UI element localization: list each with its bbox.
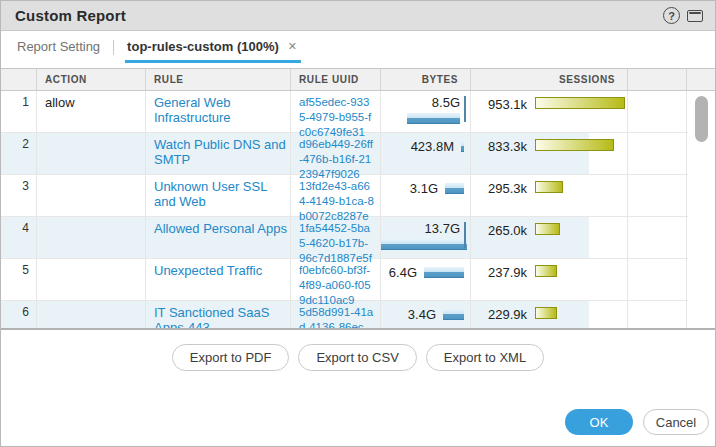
- bytes-bar-end-tick: [464, 222, 466, 248]
- bytes-value: 8.5G: [432, 95, 460, 110]
- bytes-bar: [407, 113, 460, 124]
- bytes-cell: 13.7G: [381, 217, 471, 258]
- titlebar-icons: ?: [663, 7, 703, 24]
- sessions-cell: 229.9k: [471, 301, 628, 330]
- sessions-bar: [535, 181, 563, 193]
- table-row: 3Unknown User SSL and Web13fd2e43-a664-4…: [1, 175, 716, 217]
- rule-uuid-cell: 5d58d991-41ad-4136-86ec-: [291, 301, 381, 330]
- column-header-rule[interactable]: RULE: [146, 69, 291, 90]
- column-header-rule-uuid[interactable]: RULE UUID: [291, 69, 381, 90]
- sessions-value: 833.3k: [471, 139, 527, 154]
- rule-link[interactable]: IT Sanctioned SaaS Apps-443: [154, 305, 269, 330]
- window-icon[interactable]: [687, 10, 703, 22]
- bytes-value: 3.4G: [408, 307, 436, 322]
- cancel-button[interactable]: Cancel: [643, 409, 709, 435]
- rule-cell: Unknown User SSL and Web: [146, 175, 291, 216]
- bytes-value: 13.7G: [425, 221, 460, 236]
- action-cell: [37, 175, 146, 216]
- tab-report-setting[interactable]: Report Setting: [15, 32, 102, 63]
- dialog-titlebar: Custom Report ?: [1, 1, 715, 31]
- spacer-cell: [628, 301, 687, 330]
- column-header-action[interactable]: ACTION: [37, 69, 146, 90]
- rule-link[interactable]: Unknown User SSL and Web: [154, 179, 267, 209]
- spacer-cell: [628, 259, 687, 300]
- sessions-value: 953.1k: [471, 97, 527, 112]
- bytes-bar: [443, 309, 464, 320]
- rule-link[interactable]: Unexpected Traffic: [154, 263, 262, 278]
- sessions-bar: [535, 223, 560, 235]
- rule-uuid-cell: 13fd2e43-a664-4149-b1ca-8b0072c8287e: [291, 175, 381, 216]
- bytes-bar: [381, 239, 467, 250]
- sessions-value: 237.9k: [471, 265, 527, 280]
- action-cell: [37, 133, 146, 174]
- window-icon-bar: [689, 12, 701, 15]
- spacer-cell: [628, 175, 687, 216]
- report-table: ACTIONRULERULE UUIDBYTESSESSIONS 1allowG…: [1, 68, 716, 330]
- column-header-blank-0[interactable]: [1, 69, 37, 90]
- export-pdf-button[interactable]: Export to PDF: [172, 344, 290, 371]
- row-number: 5: [1, 259, 37, 300]
- scrollbar-thumb[interactable]: [695, 96, 708, 142]
- spacer-cell: [628, 133, 687, 174]
- bytes-cell: 3.4G: [381, 301, 471, 330]
- export-button-row: Export to PDF Export to CSV Export to XM…: [1, 344, 715, 371]
- sessions-bar: [535, 265, 557, 277]
- table-row: 2Watch Public DNS and SMTPd96eb449-26ff-…: [1, 133, 716, 175]
- vertical-scrollbar[interactable]: [688, 92, 716, 326]
- tab-label: top-rules-custom (100%): [127, 39, 279, 54]
- row-number: 1: [1, 91, 37, 132]
- row-number: 6: [1, 301, 37, 330]
- rule-uuid-cell: d96eb449-26ff-476b-b16f-2123947f9026: [291, 133, 381, 174]
- tab-bar: Report Setting top-rules-custom (100%) ✕: [1, 32, 715, 63]
- tab-divider: [113, 40, 114, 55]
- action-cell: [37, 259, 146, 300]
- sessions-bar: [535, 139, 614, 151]
- bytes-bar: [445, 183, 464, 194]
- rule-uuid-cell: f0ebfc60-bf3f-4f89-a060-f059dc110ac9: [291, 259, 381, 300]
- tab-top-rules-custom[interactable]: top-rules-custom (100%) ✕: [125, 32, 301, 63]
- rule-cell: General Web Infrastructure: [146, 91, 291, 132]
- rule-uuid-cell: af55edec-9335-4979-b955-fc0c6749fe31: [291, 91, 381, 132]
- bytes-bar-end-tick: [464, 96, 466, 122]
- ok-button[interactable]: OK: [565, 409, 633, 435]
- rule-link[interactable]: Allowed Personal Apps: [154, 221, 287, 236]
- table-row: 6IT Sanctioned SaaS Apps-4435d58d991-41a…: [1, 301, 716, 330]
- sessions-cell: 295.3k: [471, 175, 628, 216]
- column-header-blank-6[interactable]: [628, 69, 687, 90]
- table-row: 4Allowed Personal Apps1fa54452-5ba5-4620…: [1, 217, 716, 259]
- row-number: 3: [1, 175, 37, 216]
- action-cell: allow: [37, 91, 146, 132]
- column-header-sessions[interactable]: SESSIONS: [471, 69, 628, 90]
- export-xml-button[interactable]: Export to XML: [426, 344, 544, 371]
- sessions-cell: 265.0k: [471, 217, 628, 258]
- custom-report-dialog: Custom Report ? Report Setting top-rules…: [0, 0, 716, 447]
- bytes-bar: [424, 267, 464, 278]
- export-csv-button[interactable]: Export to CSV: [298, 344, 416, 371]
- help-icon[interactable]: ?: [663, 7, 680, 24]
- rule-cell: IT Sanctioned SaaS Apps-443: [146, 301, 291, 330]
- row-number: 4: [1, 217, 37, 258]
- rule-cell: Allowed Personal Apps: [146, 217, 291, 258]
- bytes-value: 6.4G: [389, 265, 417, 280]
- action-cell: [37, 217, 146, 258]
- bytes-cell: 6.4G: [381, 259, 471, 300]
- table-row: 1allowGeneral Web Infrastructureaf55edec…: [1, 91, 716, 133]
- sessions-bar: [535, 307, 557, 319]
- bytes-bar: [461, 141, 464, 152]
- sessions-value: 265.0k: [471, 223, 527, 238]
- column-header-bytes[interactable]: BYTES: [381, 69, 471, 90]
- bytes-cell: 8.5G: [381, 91, 471, 132]
- sessions-cell: 833.3k: [471, 133, 628, 174]
- bytes-cell: 423.8M: [381, 133, 471, 174]
- rule-link[interactable]: Watch Public DNS and SMTP: [154, 137, 286, 167]
- close-tab-icon[interactable]: ✕: [288, 40, 297, 53]
- rule-uuid-link[interactable]: 5d58d991-41ad-4136-86ec-: [299, 305, 374, 330]
- table-body: 1allowGeneral Web Infrastructureaf55edec…: [1, 91, 716, 330]
- dialog-footer: OK Cancel: [565, 409, 709, 435]
- column-header-blank-7[interactable]: [687, 69, 716, 90]
- sessions-cell: 953.1k: [471, 91, 628, 132]
- sessions-bar: [535, 97, 625, 109]
- rule-link[interactable]: General Web Infrastructure: [154, 95, 231, 125]
- row-number: 2: [1, 133, 37, 174]
- spacer-cell: [628, 91, 687, 132]
